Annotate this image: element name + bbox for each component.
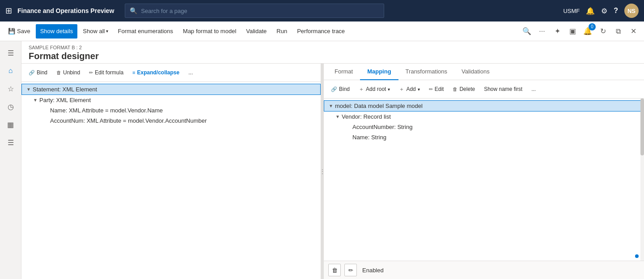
unbind-button[interactable]: 🗑 Unbind xyxy=(53,66,84,79)
notification-button[interactable]: 🔔 xyxy=(586,7,595,15)
map-format-button[interactable]: Map format to model xyxy=(178,24,241,39)
tree-item-accountnumber[interactable]: AccountNumber: String xyxy=(324,122,644,132)
tree-label-namestring: Name: String xyxy=(352,134,386,141)
panel-cmd-button[interactable]: ▣ xyxy=(565,24,580,39)
indicator-dot xyxy=(635,254,639,258)
notification-badge: 0 xyxy=(589,23,596,30)
chevron-name xyxy=(43,108,49,113)
expand-collapse-button[interactable]: ≡ Expand/collapse xyxy=(129,66,183,79)
show-details-button[interactable]: Show details xyxy=(36,24,78,39)
format-enumerations-button[interactable]: Format enumerations xyxy=(114,24,178,39)
bind-icon-right: 🔗 xyxy=(331,86,337,92)
save-button[interactable]: 💾 Save xyxy=(4,24,35,39)
page-title: Format designer xyxy=(29,51,637,61)
edit-button-right[interactable]: ✏ Edit xyxy=(425,83,448,95)
sidebar-home-icon[interactable]: ⌂ xyxy=(3,63,19,79)
bind-button-left[interactable]: 🔗 Bind xyxy=(25,66,51,79)
scrollbar-thumb[interactable] xyxy=(640,99,644,155)
add-chevron: ▾ xyxy=(418,87,420,92)
tree-item-statement[interactable]: ▼ Statement: XML Element xyxy=(21,84,321,95)
left-tree: ▼ Statement: XML Element ▼ Party: XML El… xyxy=(21,82,321,279)
add-root-button[interactable]: ＋ Add root ▾ xyxy=(355,83,394,95)
tree-item-namestring[interactable]: Name: String xyxy=(324,132,644,142)
tab-mapping[interactable]: Mapping xyxy=(360,64,398,80)
tab-validations[interactable]: Validations xyxy=(454,64,497,80)
tree-label-vendor: Vendor: Record list xyxy=(342,113,391,120)
right-pane-toolbar: 🔗 Bind ＋ Add root ▾ ＋ Add ▾ ✏ xyxy=(324,80,644,99)
save-icon: 💾 xyxy=(8,28,15,34)
settings-button[interactable]: ⚙ xyxy=(601,7,607,15)
chevron-accountnumber xyxy=(345,124,352,129)
tree-item-model[interactable]: ▼ model: Data model Sample model xyxy=(324,100,644,112)
apps-cmd-button[interactable]: ✦ xyxy=(550,24,564,39)
new-window-button[interactable]: ⧉ xyxy=(611,24,625,39)
delete-bottom-button[interactable]: 🗑 xyxy=(328,264,341,276)
help-button[interactable]: ? xyxy=(614,7,618,15)
right-pane-tabs: Format Mapping Transformations Validatio… xyxy=(324,64,644,80)
tree-item-name[interactable]: Name: XML Attribute = model.Vendor.Name xyxy=(21,105,321,116)
sidebar-modules-icon[interactable]: ☰ xyxy=(3,134,19,150)
add-button-right[interactable]: ＋ Add ▾ xyxy=(395,83,423,95)
content-area: SAMPLE FORMAT B : 2 Format designer 🔗 Bi… xyxy=(21,41,644,279)
more-cmd-button[interactable]: ··· xyxy=(535,24,549,39)
edit-formula-button[interactable]: ✏ Edit formula xyxy=(85,66,127,79)
unbind-icon: 🗑 xyxy=(56,70,61,75)
search-bar[interactable]: 🔍 xyxy=(125,4,384,18)
cmd-right-actions: 🔍 ··· ✦ ▣ 🔔 0 ↻ ⧉ ✕ xyxy=(520,24,640,39)
top-nav-right: USMF 🔔 ⚙ ? NS xyxy=(563,4,639,18)
chevron-model: ▼ xyxy=(328,103,334,108)
edit-icon-right: ✏ xyxy=(429,86,433,92)
search-cmd-button[interactable]: 🔍 xyxy=(520,24,534,39)
bind-icon-left: 🔗 xyxy=(29,70,35,76)
top-nav: ⊞ Finance and Operations Preview 🔍 USMF … xyxy=(0,0,644,21)
delete-icon-right: 🗑 xyxy=(453,86,458,92)
search-input[interactable] xyxy=(141,8,379,14)
left-pane-toolbar: 🔗 Bind 🗑 Unbind ✏ Edit formula ≡ Expand/… xyxy=(21,64,321,82)
tree-label-name: Name: XML Attribute = model.Vendor.Name xyxy=(50,107,163,114)
org-label: USMF xyxy=(563,8,580,14)
chevron-vendor: ▼ xyxy=(335,114,341,119)
app-grid-icon[interactable]: ⊞ xyxy=(5,6,12,16)
sidebar-menu-icon[interactable]: ☰ xyxy=(3,45,19,61)
right-tree: ▼ model: Data model Sample model ▼ Vendo… xyxy=(324,99,644,261)
enabled-label: Enabled xyxy=(362,267,384,274)
show-all-button[interactable]: Show all ▾ xyxy=(78,24,112,39)
sidebar-recent-icon[interactable]: ◷ xyxy=(3,99,19,115)
page-header: SAMPLE FORMAT B : 2 Format designer xyxy=(21,41,644,64)
performance-trace-button[interactable]: Performance trace xyxy=(292,24,349,39)
sidebar-workspace-icon[interactable]: ▦ xyxy=(3,116,19,133)
tree-label-statement: Statement: XML Element xyxy=(33,86,97,93)
chevron-party: ▼ xyxy=(32,98,38,103)
tree-item-party[interactable]: ▼ Party: XML Element xyxy=(21,95,321,105)
avatar[interactable]: NS xyxy=(624,4,639,18)
tab-transformations[interactable]: Transformations xyxy=(398,64,454,80)
more-right-button[interactable]: ... xyxy=(528,83,539,95)
more-left-button[interactable]: ... xyxy=(185,66,196,79)
sidebar-favorites-icon[interactable]: ☆ xyxy=(3,81,19,97)
delete-button-right[interactable]: 🗑 Delete xyxy=(449,83,479,95)
validate-button[interactable]: Validate xyxy=(242,24,271,39)
edit-bottom-button[interactable]: ✏ xyxy=(344,264,357,276)
show-name-first-button[interactable]: Show name first xyxy=(480,83,526,95)
left-pane: 🔗 Bind 🗑 Unbind ✏ Edit formula ≡ Expand/… xyxy=(21,64,321,279)
chevron-namestring xyxy=(345,135,352,140)
tab-format[interactable]: Format xyxy=(327,64,360,80)
scrollbar-track[interactable] xyxy=(640,99,644,261)
sidebar: ☰ ⌂ ☆ ◷ ▦ ☰ xyxy=(0,41,21,279)
tree-item-vendor[interactable]: ▼ Vendor: Record list xyxy=(324,112,644,122)
add-icon-right: ＋ xyxy=(399,86,404,93)
refresh-cmd-button[interactable]: ↻ xyxy=(596,24,610,39)
right-pane: Format Mapping Transformations Validatio… xyxy=(324,64,644,279)
tree-item-accountnum[interactable]: AccountNum: XML Attribute = model.Vendor… xyxy=(21,116,321,126)
tree-label-model: model: Data model Sample model xyxy=(335,103,423,109)
bind-button-right[interactable]: 🔗 Bind xyxy=(327,83,353,95)
search-icon: 🔍 xyxy=(130,7,137,14)
split-pane: 🔗 Bind 🗑 Unbind ✏ Edit formula ≡ Expand/… xyxy=(21,64,644,279)
close-button[interactable]: ✕ xyxy=(626,24,640,39)
run-button[interactable]: Run xyxy=(272,24,292,39)
tree-label-party: Party: XML Element xyxy=(39,97,91,103)
edit-formula-icon: ✏ xyxy=(89,70,93,76)
app-title: Finance and Operations Preview xyxy=(17,7,114,14)
command-bar: 💾 Save Show details Show all ▾ Format en… xyxy=(0,21,644,41)
main-layout: ☰ ⌂ ☆ ◷ ▦ ☰ SAMPLE FORMAT B : 2 Format d… xyxy=(0,41,644,279)
